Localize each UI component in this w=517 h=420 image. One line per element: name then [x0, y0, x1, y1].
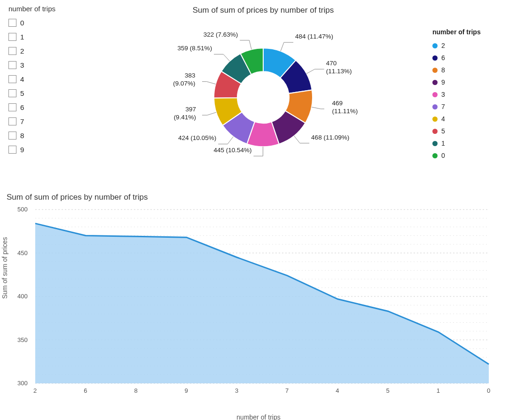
legend-color-icon: [432, 153, 438, 158]
slicer-item-4[interactable]: 4: [8, 72, 90, 86]
legend-item-0[interactable]: 0: [432, 149, 512, 162]
legend-title: number of trips: [432, 28, 512, 36]
legend-color-icon: [432, 104, 438, 109]
slicer-item-3[interactable]: 3: [8, 58, 90, 72]
slicer-item-6[interactable]: 6: [8, 100, 90, 114]
legend-color-icon: [432, 43, 438, 48]
legend-label: 2: [441, 42, 445, 49]
donut-data-label: 322 (7.63%): [204, 31, 238, 39]
legend-item-7[interactable]: 7: [432, 101, 512, 113]
legend-item-5[interactable]: 5: [432, 125, 512, 137]
legend-label: 1: [441, 140, 445, 147]
area-chart-panel: Sum of sum of prices by number of trips …: [5, 193, 512, 420]
legend-item-8[interactable]: 8: [432, 64, 512, 76]
x-axis-label: number of trips: [5, 413, 512, 420]
donut-chart[interactable]: [202, 36, 324, 158]
donut-chart-panel: Sum of sum of prices by number of trips …: [103, 5, 423, 179]
chart-title: Sum of sum of prices by number of trips: [7, 193, 512, 202]
donut-data-label: 469(11.11%): [332, 100, 358, 116]
y-axis-label: Sum of sum of prices: [1, 237, 8, 299]
slicer-item-label: 1: [20, 33, 24, 41]
legend-color-icon: [432, 117, 438, 122]
legend-label: 9: [441, 78, 445, 86]
donut-data-label: 424 (10.05%): [178, 134, 216, 142]
legend-item-1[interactable]: 1: [432, 137, 512, 149]
x-tick-label: 2: [33, 387, 37, 394]
slicer-item-9[interactable]: 9: [8, 142, 90, 156]
y-tick-label: 500: [17, 206, 28, 213]
slicer-item-7[interactable]: 7: [8, 114, 90, 128]
legend-label: 0: [441, 152, 445, 159]
checkbox-icon[interactable]: [8, 103, 16, 111]
x-tick-label: 6: [84, 387, 87, 394]
slicer-item-label: 9: [20, 146, 24, 154]
legend-label: 4: [441, 115, 445, 123]
checkbox-icon[interactable]: [8, 89, 16, 97]
donut-data-label: 468 (11.09%): [311, 134, 349, 142]
donut-data-label: 445 (10.54%): [213, 147, 251, 155]
legend-color-icon: [432, 129, 438, 134]
slicer-item-label: 4: [20, 75, 24, 83]
slicer-item-label: 3: [20, 61, 24, 69]
slicer-item-label: 2: [20, 47, 24, 55]
chart-title: Sum of sum of prices by number of trips: [103, 6, 423, 15]
x-tick-label: 8: [134, 387, 137, 394]
donut-data-label: 397(9.41%): [174, 106, 196, 122]
slicer-item-label: 6: [20, 103, 24, 111]
donut-data-label: 470(11.13%): [326, 60, 352, 76]
legend-item-9[interactable]: 9: [432, 76, 512, 88]
legend-label: 3: [441, 91, 445, 98]
legend-item-3[interactable]: 3: [432, 88, 512, 101]
y-tick-label: 300: [17, 380, 28, 387]
slicer-item-0[interactable]: 0: [8, 16, 90, 30]
slicer-item-5[interactable]: 5: [8, 86, 90, 100]
checkbox-icon[interactable]: [8, 19, 16, 27]
legend-label: 7: [441, 103, 445, 110]
legend-label: 8: [441, 66, 445, 74]
slicer-panel: number of trips 0123456789: [5, 5, 94, 179]
area-fill[interactable]: [35, 224, 489, 383]
slicer-item-8[interactable]: 8: [8, 128, 90, 142]
legend-item-2[interactable]: 2: [432, 39, 512, 52]
checkbox-icon[interactable]: [8, 132, 16, 140]
legend-color-icon: [432, 68, 438, 73]
slicer-item-label: 8: [20, 132, 24, 140]
donut-data-label: 484 (11.47%): [295, 33, 333, 41]
x-tick-label: 0: [487, 387, 490, 394]
checkbox-icon[interactable]: [8, 75, 16, 83]
checkbox-icon[interactable]: [8, 33, 16, 41]
x-tick-label: 7: [285, 387, 289, 394]
legend-color-icon: [432, 92, 438, 97]
checkbox-icon[interactable]: [8, 61, 16, 69]
legend: number of trips 2689374510: [432, 5, 512, 179]
slicer-item-label: 7: [20, 117, 24, 125]
legend-color-icon: [432, 55, 438, 61]
donut-data-label: 383(9.07%): [173, 72, 195, 88]
donut-data-label: 359 (8.51%): [178, 45, 212, 53]
y-tick-label: 400: [17, 293, 28, 300]
checkbox-icon[interactable]: [8, 47, 16, 55]
area-chart[interactable]: [5, 205, 503, 402]
legend-label: 5: [441, 127, 445, 135]
slicer-title: number of trips: [8, 5, 90, 13]
x-tick-label: 4: [336, 387, 339, 394]
slicer-item-label: 5: [20, 89, 24, 97]
x-tick-label: 9: [185, 387, 188, 394]
slicer-item-2[interactable]: 2: [8, 44, 90, 58]
checkbox-icon[interactable]: [8, 117, 16, 125]
legend-color-icon: [432, 80, 438, 85]
x-tick-label: 1: [437, 387, 440, 394]
legend-color-icon: [432, 141, 438, 146]
x-tick-label: 5: [386, 387, 390, 394]
y-tick-label: 450: [17, 249, 28, 257]
slicer-item-1[interactable]: 1: [8, 30, 90, 44]
checkbox-icon[interactable]: [8, 146, 16, 154]
x-tick-label: 3: [235, 387, 238, 394]
legend-item-4[interactable]: 4: [432, 113, 512, 125]
y-tick-label: 350: [17, 336, 28, 343]
legend-item-6[interactable]: 6: [432, 52, 512, 64]
slicer-item-label: 0: [20, 19, 24, 27]
legend-label: 6: [441, 54, 445, 62]
